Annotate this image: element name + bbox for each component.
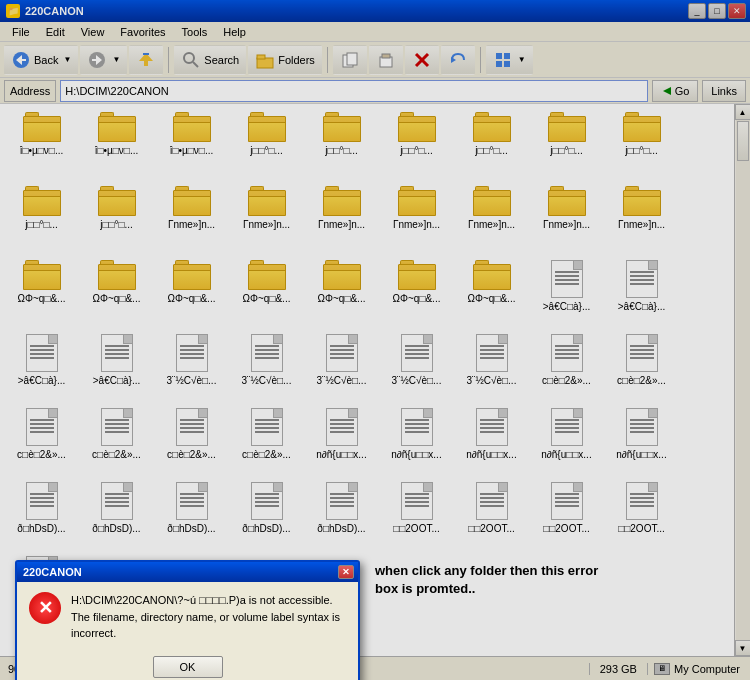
dialog-body: ✕ H:\DCIM\220CANON\?~ú □□□□.P)a is not a… bbox=[17, 582, 358, 652]
dialog-message: H:\DCIM\220CANON\?~ú □□□□.P)a is not acc… bbox=[71, 592, 346, 642]
dialog-message-line1: H:\DCIM\220CANON\?~ú □□□□.P)a is not acc… bbox=[71, 592, 346, 609]
error-icon: ✕ bbox=[29, 592, 61, 624]
dialog-message-line2: The filename, directory name, or volume … bbox=[71, 609, 346, 642]
dialog-title-bar: 220CANON ✕ bbox=[17, 562, 358, 582]
dialog-overlay: 220CANON ✕ ✕ H:\DCIM\220CANON\?~ú □□□□.P… bbox=[0, 0, 750, 680]
dialog-title-text: 220CANON bbox=[23, 566, 82, 578]
error-dialog: 220CANON ✕ ✕ H:\DCIM\220CANON\?~ú □□□□.P… bbox=[15, 560, 360, 680]
dialog-buttons: OK bbox=[17, 652, 358, 681]
dialog-ok-button[interactable]: OK bbox=[153, 656, 223, 678]
dialog-close-button[interactable]: ✕ bbox=[338, 565, 354, 579]
